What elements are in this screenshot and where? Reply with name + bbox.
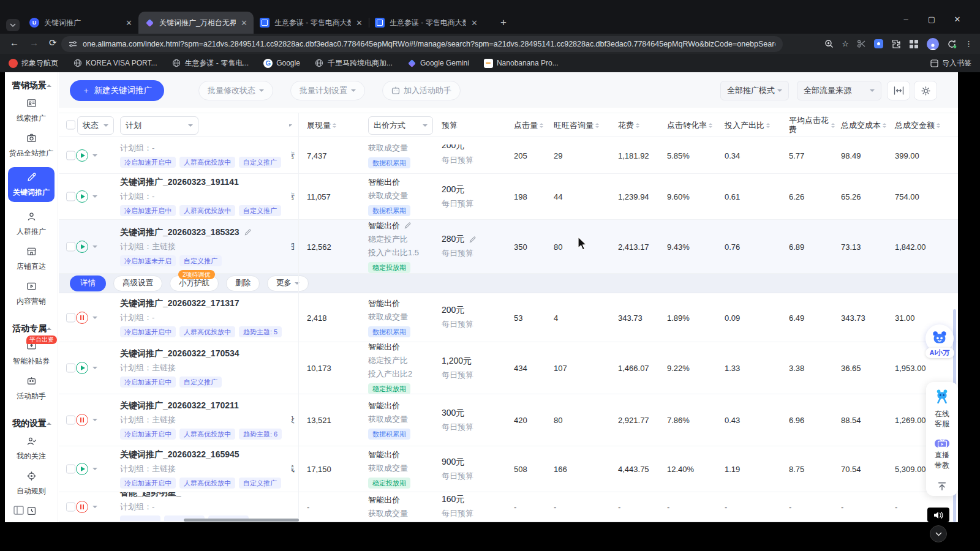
status-control[interactable] [76, 241, 97, 253]
header-deal-amount[interactable]: 总成交金额 [895, 113, 940, 138]
edit-icon[interactable] [404, 222, 412, 230]
reload-button[interactable]: ⟳ [49, 37, 57, 48]
url-field[interactable]: one.alimama.com/index.html?spm=a21dvs.28… [61, 36, 783, 52]
sidebar-item-crowd[interactable]: 人群推广 [7, 211, 55, 237]
header-deal-cost[interactable]: 总成交成本 [841, 113, 886, 138]
bookmark-item[interactable]: KOREA VISA PORT... [73, 58, 157, 69]
more-button[interactable]: 更多 [267, 276, 309, 291]
status-paused-icon[interactable] [76, 414, 88, 426]
row-checkbox[interactable] [66, 364, 75, 373]
status-running-icon[interactable] [76, 362, 88, 374]
join-activity-assistant-button[interactable]: 加入活动助手 [382, 81, 461, 100]
column-width-icon-button[interactable] [887, 81, 910, 100]
chevron-down-icon[interactable] [92, 154, 97, 159]
status-control[interactable] [76, 414, 97, 426]
edit-icon[interactable] [469, 236, 477, 244]
row-checkbox[interactable] [66, 465, 75, 474]
edit-icon[interactable] [244, 228, 252, 236]
bookmark-item[interactable]: GGoogle [263, 58, 300, 69]
chevron-down-icon[interactable] [92, 317, 97, 321]
header-clicks[interactable]: 点击量 [514, 113, 543, 138]
sort-icon[interactable] [937, 121, 940, 130]
row-checkbox[interactable] [66, 313, 75, 322]
sidebar-item-follow[interactable]: 我的关注 [7, 435, 55, 462]
table-settings-gear-button[interactable] [914, 81, 937, 100]
tab-close-icon[interactable]: ✕ [356, 18, 363, 28]
apps-grid-icon[interactable] [909, 39, 919, 49]
campaign-name[interactable]: 关键词推广_20260322_170211 [120, 400, 296, 411]
chevron-down-icon[interactable] [92, 468, 97, 473]
select-all-checkbox[interactable] [66, 121, 75, 130]
promotion-mode-filter[interactable]: 全部推广模式 [720, 81, 789, 100]
status-control[interactable] [76, 362, 97, 374]
live-teaching-label[interactable]: 直播带教 [934, 450, 950, 470]
overlay-circle-button[interactable] [930, 525, 947, 542]
status-control[interactable] [76, 501, 97, 513]
sort-icon[interactable] [595, 121, 599, 130]
sort-icon[interactable] [333, 121, 336, 130]
header-impressions[interactable]: 展现量 [307, 113, 336, 138]
sidebar-item-shop[interactable]: 店铺直达 [7, 246, 55, 272]
status-control[interactable] [76, 463, 97, 475]
advanced-settings-button[interactable]: 高级设置 [113, 276, 162, 291]
tab-close-icon[interactable]: ✕ [471, 18, 478, 28]
profile-avatar[interactable] [927, 38, 939, 50]
campaign-name[interactable]: 关键词推广_20260322_165945 [120, 449, 296, 460]
chevron-up-icon[interactable] [47, 82, 51, 87]
tab-close-icon[interactable]: ✕ [126, 18, 132, 28]
delete-button[interactable]: 删除 [226, 276, 260, 291]
browser-menu-icon[interactable]: ⋮ [965, 39, 973, 48]
online-service-label[interactable]: 在线客服 [934, 409, 950, 429]
table-horizontal-scrollbar[interactable] [184, 519, 299, 522]
create-campaign-button[interactable]: ＋ 新建关键词推广 [70, 80, 164, 101]
back-button[interactable]: ← [10, 37, 19, 48]
sidebar-item-subsidy[interactable]: 智能补贴券平台出资 [7, 340, 55, 367]
sidebar-item-goods[interactable]: 货品全站推广 [7, 132, 55, 159]
sort-icon[interactable] [883, 121, 886, 130]
bid-method-filter[interactable]: 出价方式 [368, 116, 433, 135]
header-roi[interactable]: 投入产出比 [725, 113, 770, 138]
batch-status-button[interactable]: 批量修改状态 [198, 81, 273, 100]
row-checkbox[interactable] [66, 416, 75, 425]
chevron-down-icon[interactable] [92, 419, 97, 424]
campaign-name[interactable]: 智能_趋势明星_ [120, 492, 296, 498]
site-info-icon[interactable] [69, 40, 77, 48]
status-control[interactable] [76, 312, 97, 324]
sort-icon[interactable] [709, 121, 712, 130]
row-checkbox[interactable] [66, 151, 75, 160]
header-inquiries[interactable]: 旺旺咨询量 [554, 113, 599, 138]
sidebar-item-lead[interactable]: 线索推广 [7, 97, 55, 124]
speaker-icon[interactable] [927, 508, 949, 522]
chevron-down-icon[interactable] [92, 195, 97, 200]
chevron-up-icon[interactable] [47, 325, 51, 330]
chevron-up-icon[interactable] [47, 420, 51, 425]
sort-icon[interactable] [766, 121, 770, 130]
sidebar-item-keyword[interactable]: 关键词推广 [8, 167, 55, 202]
browser-tab[interactable]: U关键词推广✕ [23, 12, 138, 34]
header-cost[interactable]: 花费 [618, 113, 639, 138]
status-filter[interactable]: 状态 [77, 116, 114, 135]
browser-tab[interactable]: 生意参谋 - 零售电商大数据产品✕ [254, 12, 369, 34]
sidebar-item-content[interactable]: 内容营销 [7, 280, 55, 307]
forward-button[interactable]: → [29, 37, 39, 48]
online-service-icon[interactable] [934, 388, 950, 407]
status-control[interactable] [76, 190, 97, 203]
extension-scissors-icon[interactable] [857, 39, 866, 48]
import-bookmarks-button[interactable]: 导入书签 [930, 58, 971, 69]
bookmark-item[interactable]: 千里马跨境电商加... [315, 58, 393, 69]
campaign-name[interactable]: 关键词推广_20260322_170534 [120, 348, 296, 359]
chevron-down-icon[interactable] [92, 367, 97, 372]
zoom-icon[interactable] [824, 39, 834, 48]
tab-search-button[interactable] [6, 19, 20, 31]
bookmark-item[interactable]: 挖象导航页 [9, 58, 58, 69]
row-checkbox[interactable] [66, 242, 75, 251]
window-maximize-button[interactable]: ▢ [919, 15, 944, 24]
extension-blue-icon[interactable] [874, 39, 883, 48]
browser-tab[interactable]: 生意参谋 - 零售电商大数据产品✕ [369, 12, 484, 34]
status-control[interactable] [76, 149, 97, 162]
status-running-icon[interactable] [76, 149, 88, 162]
sort-icon[interactable] [636, 121, 639, 130]
header-cvr[interactable]: 点击转化率 [667, 113, 712, 138]
bookmark-item[interactable]: Google Gemini [407, 58, 469, 69]
extensions-puzzle-icon[interactable] [891, 39, 901, 49]
